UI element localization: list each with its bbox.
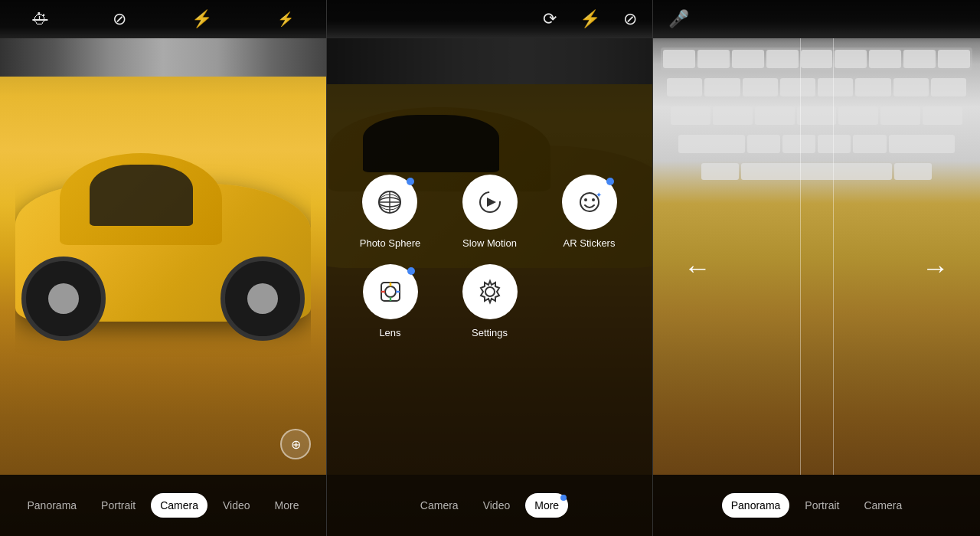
more-menu-grid: Photo Sphere Slow Motion <box>352 175 628 338</box>
svg-marker-6 <box>487 198 496 207</box>
settings-label: Settings <box>472 327 508 338</box>
svg-point-17 <box>485 287 495 296</box>
settings-icon <box>462 264 518 319</box>
panorama-mode-button-right[interactable]: Panorama <box>722 493 790 518</box>
svg-point-8 <box>584 198 587 201</box>
ar-stickers-svg: ✦ <box>576 188 603 216</box>
right-bottom-bar: Panorama Portrait Camera <box>653 475 980 536</box>
right-top-bar: 🎤 <box>653 0 980 38</box>
left-bottom-bar: Panorama Portrait Camera Video More <box>0 475 326 536</box>
more-mode-button-center[interactable]: More <box>525 493 568 518</box>
lens-item[interactable]: Lens <box>363 264 418 338</box>
photo-sphere-item[interactable]: Photo Sphere <box>360 175 421 249</box>
camera-flip-icon-center[interactable]: ⟳ <box>543 9 557 29</box>
portrait-mode-button-right[interactable]: Portrait <box>795 493 848 518</box>
panorama-mode-button[interactable]: Panorama <box>18 493 87 518</box>
svg-point-12 <box>385 286 396 297</box>
lens-icon: ⊕ <box>291 437 301 452</box>
slow-motion-svg <box>476 188 504 216</box>
lens-icon-menu <box>363 264 418 319</box>
microphone-off-icon[interactable]: 🎤 <box>668 9 689 29</box>
camera-mode-button-right[interactable]: Camera <box>854 493 911 518</box>
timer-off-icon[interactable]: ⏱ <box>32 11 47 28</box>
photo-sphere-label: Photo Sphere <box>360 237 421 249</box>
google-lens-button[interactable]: ⊕ <box>280 429 311 459</box>
more-mode-button[interactable]: More <box>266 493 309 518</box>
left-panel: ⏱ ⊘ ⚡ ⚡ ⊕ Panorama Portrait Camera Video… <box>0 0 327 536</box>
portrait-mode-button[interactable]: Portrait <box>92 493 145 518</box>
flash-icon[interactable]: ⚡ <box>277 11 294 28</box>
camera-mode-button[interactable]: Camera <box>151 493 207 518</box>
center-bottom-bar: Camera Video More <box>327 475 652 536</box>
video-mode-button-center[interactable]: Video <box>474 493 520 518</box>
left-top-bar: ⏱ ⊘ ⚡ ⚡ <box>0 0 326 38</box>
flash-off-icon-center[interactable]: ⊘ <box>623 9 637 29</box>
slow-motion-icon <box>462 175 518 230</box>
flash-off-icon[interactable]: ⊘ <box>113 9 126 29</box>
lens-svg <box>377 278 404 306</box>
settings-item[interactable]: Settings <box>462 264 518 338</box>
video-mode-button[interactable]: Video <box>214 493 260 518</box>
photo-sphere-icon <box>362 175 417 230</box>
ar-stickers-icon: ✦ <box>562 175 617 230</box>
photo-sphere-svg <box>376 188 403 216</box>
lens-label: Lens <box>379 327 400 338</box>
slow-motion-label: Slow Motion <box>462 237 517 249</box>
center-top-bar: ⟳ ⚡ ⊘ <box>327 0 652 38</box>
camera-mode-button-center[interactable]: Camera <box>411 493 468 518</box>
right-panel: 🎤 ← → Panorama Portrait Camera <box>653 0 980 536</box>
svg-point-9 <box>592 198 595 201</box>
more-menu-overlay: Photo Sphere Slow Motion <box>327 38 652 475</box>
exposure-icon[interactable]: ⚡ <box>191 9 212 29</box>
panorama-arrows: ← → <box>653 252 980 284</box>
svg-text:✦: ✦ <box>596 191 602 199</box>
center-panel: ⟳ ⚡ ⊘ Photo Sphere <box>327 0 653 536</box>
ar-stickers-label: AR Stickers <box>564 237 616 249</box>
pano-arrow-left: ← <box>684 252 711 284</box>
slow-motion-item[interactable]: Slow Motion <box>462 175 518 249</box>
exposure-icon-center[interactable]: ⚡ <box>580 9 600 29</box>
ar-stickers-item[interactable]: ✦ AR Stickers <box>562 175 617 249</box>
pano-arrow-right: → <box>922 252 949 284</box>
settings-svg <box>476 278 504 306</box>
